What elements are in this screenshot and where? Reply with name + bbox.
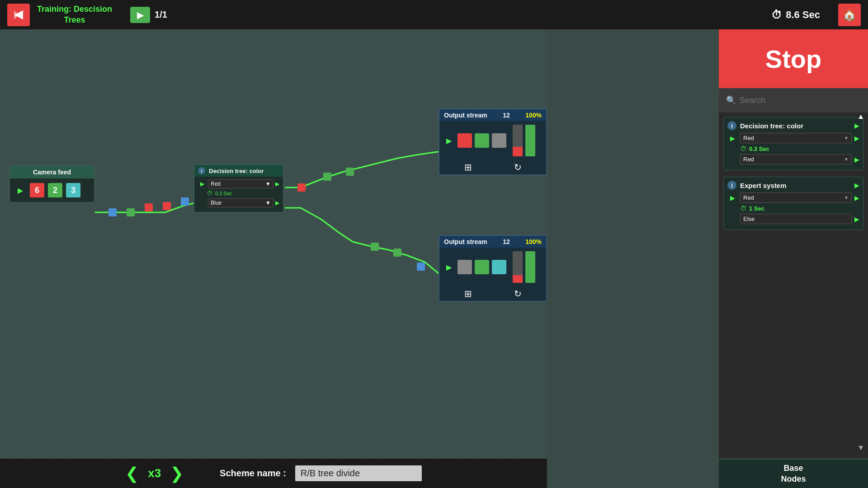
- output-top-play[interactable]: ▶: [443, 135, 455, 146]
- output-bottom-body: ▶: [439, 248, 546, 286]
- panel-expert-system-node: i Expert system ▶ ▶ Red ▼ ▶ ⏱ 1 Sec Else: [723, 177, 863, 230]
- decision-tree-node: i Decision tree: color ▶ Red ▼ ▶ ⏱ 0.3 S…: [193, 164, 284, 213]
- output-bottom-color-gray: [458, 260, 472, 274]
- scroll-up-arrow[interactable]: ▲: [857, 113, 864, 121]
- scroll-down-arrow[interactable]: ▼: [857, 444, 864, 452]
- panel-row-4: Else ▶: [727, 214, 859, 224]
- svg-rect-13: [417, 263, 425, 271]
- back-button[interactable]: [7, 4, 30, 26]
- svg-rect-11: [371, 243, 379, 251]
- output-top-controls: ⊞ ↻: [439, 160, 546, 174]
- dropdown-arrow-2: ▼: [844, 157, 849, 162]
- decision-dropdown-blue[interactable]: Blue ▼: [208, 198, 274, 207]
- row-arrow-4[interactable]: ▶: [854, 216, 859, 223]
- speed-left-button[interactable]: ❮: [125, 464, 139, 483]
- output-bottom-bar-green: [525, 251, 535, 283]
- decision-play-1[interactable]: ▶: [198, 180, 206, 188]
- dropdown-arrow-3: ▼: [844, 195, 849, 200]
- timer-icon-2: ⏱: [740, 205, 746, 212]
- dropdown-value-else: Else: [743, 216, 755, 222]
- panel-dropdown-red-3[interactable]: Red ▼: [740, 192, 852, 203]
- dropdown-label-red: Red: [211, 181, 221, 187]
- layers-icon-top[interactable]: ⊞: [464, 162, 472, 173]
- decision-dropdown-red[interactable]: Red ▼: [208, 179, 274, 188]
- panel-arrow-right[interactable]: ▶: [854, 122, 859, 129]
- run-button[interactable]: ▶: [130, 7, 150, 23]
- output-top-count: 12: [503, 112, 510, 119]
- timer-area: ⏱ 8.6 Sec: [771, 9, 820, 21]
- base-nodes-label-1: Base: [781, 463, 806, 474]
- layers-icon-bottom[interactable]: ⊞: [464, 288, 472, 299]
- output-top-color-green: [475, 133, 489, 148]
- panel-dropdown-red-1[interactable]: Red ▼: [740, 133, 852, 143]
- speed-right-button[interactable]: ❯: [170, 464, 184, 483]
- panel-play-icon-2[interactable]: ▶: [727, 193, 737, 203]
- canvas-area: Camera feed ▶ 6 2 3 i Decision tree: col…: [0, 29, 547, 459]
- decision-tree-label: Decision tree: color: [207, 168, 279, 174]
- run-icon: ▶: [137, 9, 144, 20]
- row-arrow[interactable]: ▶: [854, 135, 859, 142]
- panel-row-3: ▶ Red ▼ ▶: [727, 192, 859, 203]
- output-bottom-controls: ⊞ ↻: [439, 286, 546, 301]
- bottom-bar: ❮ x3 ❯ Scheme name :: [0, 459, 547, 488]
- row-arrow-right-1[interactable]: ▶: [275, 181, 279, 187]
- svg-rect-9: [323, 173, 331, 181]
- panel-dropdown-red-2[interactable]: Red ▼: [740, 154, 852, 164]
- refresh-icon-top[interactable]: ↻: [514, 162, 522, 173]
- run-count: 1/1: [155, 9, 167, 20]
- header: Training: Descision Trees ▶ 1/1 ⏱ 8.6 Se…: [0, 0, 868, 29]
- dropdown-chevron-2: ▼: [265, 200, 271, 206]
- scheme-name-input[interactable]: [295, 465, 422, 481]
- panel-node-header-2: i Expert system ▶: [727, 181, 859, 190]
- scheme-label: Scheme name :: [220, 468, 286, 479]
- badge-3: 3: [66, 183, 80, 197]
- timer-val: 0.3 Sec: [749, 145, 769, 152]
- output-top-bar-bg: [513, 125, 523, 156]
- base-nodes-button[interactable]: Base Nodes: [719, 459, 868, 488]
- output-top-bar-green: [525, 125, 535, 156]
- badge-2: 2: [48, 183, 62, 197]
- camera-play-button[interactable]: ▶: [14, 184, 26, 196]
- output-top-title: Output stream 12 100%: [439, 109, 546, 121]
- row-arrow-2[interactable]: ▶: [854, 156, 859, 163]
- info-badge: i: [727, 121, 736, 130]
- output-bottom-color-cyan: [492, 260, 506, 274]
- page-title: Training: Descision Trees: [37, 4, 112, 25]
- camera-feed-title: Camera feed: [10, 166, 94, 178]
- svg-rect-12: [393, 249, 401, 257]
- decision-timer-val: 0.3 Sec: [215, 191, 232, 196]
- svg-marker-1: [14, 10, 19, 19]
- panel-node-header: i Decision tree: color ▶: [727, 121, 859, 130]
- search-icon: 🔍: [726, 95, 736, 105]
- output-stream-bottom-node: Output stream 12 100% ▶ ⊞ ↻: [439, 235, 547, 302]
- refresh-icon-bottom[interactable]: ↻: [514, 288, 522, 299]
- panel-play-icon[interactable]: ▶: [727, 133, 737, 143]
- panel-arrow-right-2[interactable]: ▶: [854, 182, 859, 189]
- timer-icon-panel: ⏱: [740, 145, 746, 152]
- dropdown-chevron: ▼: [265, 181, 271, 187]
- panel-dropdown-else[interactable]: Else: [740, 214, 852, 224]
- output-bottom-play[interactable]: ▶: [443, 261, 455, 273]
- output-bottom-bar-bg: [513, 251, 523, 283]
- svg-rect-6: [181, 197, 189, 206]
- home-icon: 🏠: [843, 9, 856, 21]
- panel-row-1: ▶ Red ▼ ▶: [727, 133, 859, 143]
- output-bottom-bar-red: [513, 275, 523, 283]
- decision-row-1: ▶ Red ▼ ▶: [198, 179, 279, 188]
- panel-row-2: Red ▼ ▶: [727, 154, 859, 164]
- output-bottom-percent: 100%: [525, 238, 542, 245]
- row-arrow-3[interactable]: ▶: [854, 194, 859, 202]
- svg-rect-2: [108, 208, 117, 216]
- settings-button[interactable]: 🏠: [838, 4, 861, 26]
- output-bottom-color-green: [475, 260, 489, 274]
- svg-rect-10: [346, 168, 354, 176]
- stop-button[interactable]: Stop: [719, 29, 868, 88]
- panel-timer-row: ⏱ 0.3 Sec: [727, 145, 859, 152]
- output-top-bar-red: [513, 147, 523, 156]
- output-top-label: Output stream: [444, 112, 487, 119]
- dropdown-label-blue: Blue: [211, 200, 222, 206]
- row-arrow-right-2[interactable]: ▶: [275, 200, 279, 206]
- search-input[interactable]: [740, 96, 861, 105]
- panel-node-title-2: Expert system: [740, 182, 854, 189]
- search-bar: 🔍: [719, 88, 868, 113]
